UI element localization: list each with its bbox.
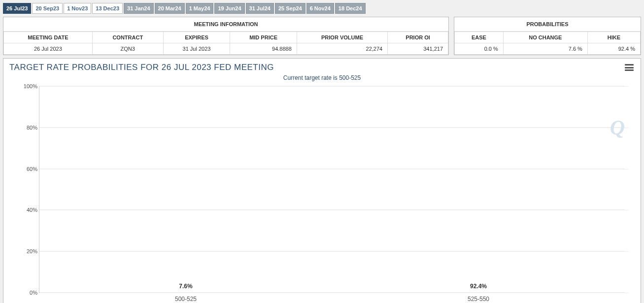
probabilities-table: EASE NO CHANGE HIKE 0.0 % 7.6 % 92.4 % [454, 32, 641, 55]
ytick-20: 20% [15, 248, 37, 254]
tab-13dec23[interactable]: 13 Dec23 [92, 3, 123, 14]
ytick-40: 40% [15, 207, 37, 213]
tab-18dec24[interactable]: 18 Dec24 [335, 3, 366, 14]
col-meeting-date: MEETING DATE [4, 32, 93, 43]
col-prior-volume: PRIOR VOLUME [297, 32, 387, 43]
meeting-date-tabs: 26 Jul2320 Sep231 Nov2313 Dec2331 Jan242… [0, 0, 644, 17]
col-prior-oi: PRIOR OI [388, 32, 448, 43]
val-contract: ZQN3 [92, 43, 163, 55]
val-expires: 31 Jul 2023 [163, 43, 230, 55]
xcat-525-550: 525-550 [332, 296, 625, 303]
ytick-80: 80% [15, 125, 37, 131]
ytick-0: 0% [15, 290, 37, 296]
bar-value-500-525: 7.6% [39, 283, 332, 290]
val-meeting-date: 26 Jul 2023 [4, 43, 93, 55]
col-no-change: NO CHANGE [503, 32, 587, 43]
col-ease: EASE [455, 32, 504, 43]
ytick-100: 100% [15, 83, 37, 89]
val-mid-price: 94.8888 [230, 43, 297, 55]
chart-panel: TARGET RATE PROBABILITIES FOR 26 JUL 202… [3, 58, 641, 303]
col-hike: HIKE [587, 32, 640, 43]
col-expires: EXPIRES [163, 32, 230, 43]
bar-value-525-550: 92.4% [332, 283, 625, 290]
tab-20mar24[interactable]: 20 Mar24 [155, 3, 185, 14]
meeting-info-panel: MEETING INFORMATION MEETING DATE CONTRAC… [3, 17, 449, 55]
col-mid-price: MID PRICE [230, 32, 297, 43]
col-contract: CONTRACT [92, 32, 163, 43]
tab-19jun24[interactable]: 19 Jun24 [214, 3, 244, 14]
tab-26jul23[interactable]: 26 Jul23 [3, 3, 31, 14]
chart-subtitle: Current target rate is 500-525 [9, 74, 635, 81]
meeting-info-table: MEETING DATE CONTRACT EXPIRES MID PRICE … [3, 32, 448, 55]
val-prior-volume: 22,274 [297, 43, 387, 55]
probabilities-title: PROBABILITIES [454, 17, 641, 32]
tab-1nov23[interactable]: 1 Nov23 [64, 3, 91, 14]
tab-1may24[interactable]: 1 May24 [186, 3, 214, 14]
val-ease: 0.0 % [455, 43, 504, 55]
tab-31jul24[interactable]: 31 Jul24 [246, 3, 274, 14]
xcat-500-525: 500-525 [39, 296, 332, 303]
chart-plot-area: 7.6%500-52592.4%525-550 0%20%40%60%80%10… [39, 86, 625, 293]
chart-menu-icon[interactable] [624, 63, 635, 72]
tab-6nov24[interactable]: 6 Nov24 [306, 3, 334, 14]
tab-25sep24[interactable]: 25 Sep24 [275, 3, 305, 14]
val-hike: 92.4 % [587, 43, 640, 55]
val-no-change: 7.6 % [503, 43, 587, 55]
meeting-info-title: MEETING INFORMATION [3, 17, 448, 32]
probabilities-panel: PROBABILITIES EASE NO CHANGE HIKE 0.0 % … [454, 17, 641, 55]
tab-31jan24[interactable]: 31 Jan24 [124, 3, 153, 14]
ytick-60: 60% [15, 166, 37, 172]
val-prior-oi: 341,217 [388, 43, 448, 55]
chart-title: TARGET RATE PROBABILITIES FOR 26 JUL 202… [9, 63, 274, 72]
tab-20sep23[interactable]: 20 Sep23 [32, 3, 63, 14]
